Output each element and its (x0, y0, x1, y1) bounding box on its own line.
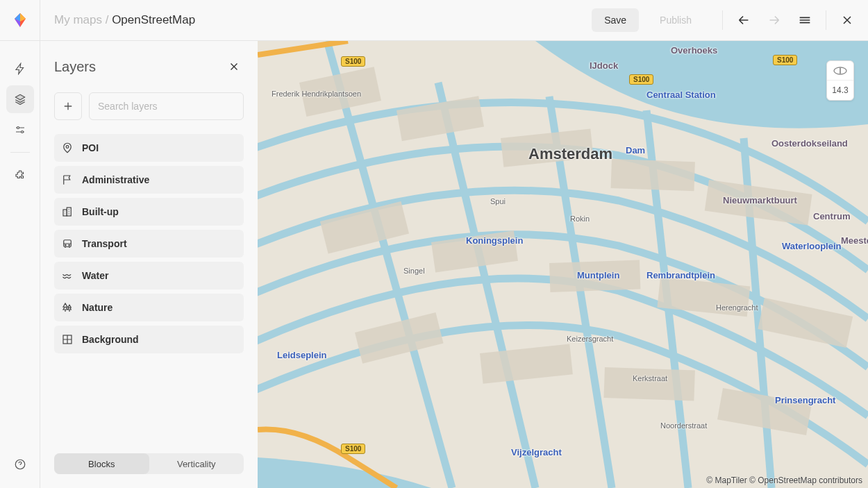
panel-title: Layers (54, 59, 96, 75)
svg-point-3 (66, 146, 69, 149)
undo-button[interactable] (728, 5, 759, 35)
svg-point-1 (21, 131, 23, 133)
svg-rect-18 (549, 260, 640, 292)
water-icon (61, 269, 74, 282)
trees-icon (61, 301, 74, 314)
layer-item-water[interactable]: Water (54, 262, 244, 289)
road-shield: S100 (629, 74, 653, 85)
close-button[interactable] (832, 5, 862, 35)
layer-label: Built-up (82, 206, 119, 217)
svg-point-8 (69, 245, 70, 246)
road-shield: S100 (341, 56, 365, 67)
menu-button[interactable] (790, 5, 820, 35)
breadcrumb: My maps / OpenStreetMap (54, 13, 592, 27)
map-canvas[interactable]: Amsterdam Dam Koningsplein Muntplein Rem… (258, 41, 868, 488)
tab-blocks[interactable]: Blocks (54, 453, 149, 474)
bus-icon (61, 237, 74, 250)
layer-label: Transport (82, 238, 127, 249)
road-shield: S100 (773, 55, 797, 65)
add-layer-button[interactable] (54, 92, 82, 120)
panel-close-button[interactable] (224, 57, 244, 76)
road-shield: S100 (341, 444, 365, 454)
save-button[interactable]: Save (592, 8, 639, 32)
sidenav-help[interactable] (6, 451, 34, 478)
zoom-widget: 14.3 (826, 60, 854, 101)
svg-rect-4 (63, 210, 67, 216)
layer-item-builtup[interactable]: Built-up (54, 198, 244, 226)
sidenav-quick[interactable] (6, 55, 34, 83)
grid-icon (61, 333, 74, 346)
layer-item-administrative[interactable]: Administrative (54, 166, 244, 194)
breadcrumb-current: OpenStreetMap (112, 13, 195, 26)
sidenav-plugins[interactable] (6, 161, 34, 189)
search-layers-input[interactable] (89, 92, 244, 120)
svg-rect-14 (611, 159, 695, 191)
layer-label: POI (82, 142, 99, 153)
app-logo[interactable] (0, 0, 40, 40)
layer-item-poi[interactable]: POI (54, 134, 244, 162)
map-attribution[interactable]: © MapTiler © OpenStreetMap contributors (706, 476, 862, 485)
buildings-icon (61, 205, 74, 218)
sidenav-settings[interactable] (6, 116, 34, 144)
layer-label: Background (82, 334, 139, 345)
layer-label: Water (82, 270, 108, 281)
publish-button: Publish (647, 8, 704, 32)
flag-icon (61, 174, 74, 186)
tab-verticality[interactable]: Verticality (149, 453, 244, 474)
layer-item-background[interactable]: Background (54, 326, 244, 353)
layer-item-transport[interactable]: Transport (54, 230, 244, 258)
compass-button[interactable] (827, 61, 853, 81)
breadcrumb-prefix[interactable]: My maps / (54, 13, 112, 26)
svg-point-0 (17, 127, 19, 129)
layer-item-nature[interactable]: Nature (54, 294, 244, 321)
layer-label: Nature (82, 302, 112, 313)
sidenav-layers[interactable] (6, 85, 34, 113)
layer-label: Administrative (82, 174, 149, 185)
redo-button (759, 5, 790, 35)
zoom-level: 14.3 (827, 81, 853, 100)
svg-rect-23 (603, 367, 694, 401)
svg-point-7 (65, 245, 67, 246)
pin-icon (61, 142, 74, 154)
